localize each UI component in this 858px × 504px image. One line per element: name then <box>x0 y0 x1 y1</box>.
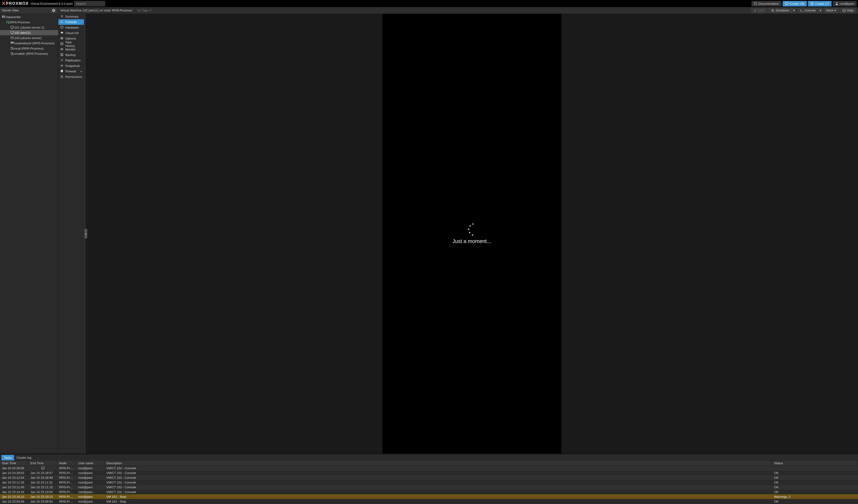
collapse-handle[interactable]: ▸ <box>84 14 85 454</box>
cell-status: OK <box>772 490 858 494</box>
log-row[interactable]: Jan 10 23:11:26Jan 10 23:11:32RPi5-Prox.… <box>0 480 858 485</box>
power-icon <box>771 9 774 12</box>
tree-node[interactable]: 102 (win11) <box>0 30 58 35</box>
cell-start: Jan 10 23:09:49 <box>0 500 29 503</box>
cell-user: root@pam <box>76 481 105 484</box>
vm-icon <box>10 26 14 29</box>
svg-rect-11 <box>7 21 9 23</box>
svg-text:?: ? <box>844 10 845 12</box>
tree-node-label: localnetwork (RPi5-Proxmox) <box>14 42 54 45</box>
log-row[interactable]: Jan 10 23:12:04Jan 10 23:28:49RPi5-Prox.… <box>0 475 858 480</box>
cell-desc: VM 102 - Stop <box>105 500 772 503</box>
cell-status: OK <box>772 500 858 503</box>
unlock-icon <box>60 75 63 79</box>
tree-node[interactable]: 101 (ubuntu-server-2) <box>0 25 58 30</box>
vm-title: Virtual Machine 102 (win11) on node 'RPi… <box>60 9 133 12</box>
subnav-label: Permissions <box>65 75 82 79</box>
subnav-label: Console <box>65 20 77 24</box>
cell-desc: VM/CT 102 - Console <box>105 490 772 494</box>
subnav-item-hardware[interactable]: Hardware <box>59 25 84 30</box>
subnav-item-firewall[interactable]: Firewall▸ <box>59 69 84 74</box>
subnav-item-console[interactable]: Console <box>59 19 84 25</box>
user-menu-button[interactable]: root@pam <box>833 1 857 6</box>
cell-desc: VM/CT 102 - Console <box>105 466 772 470</box>
log-row[interactable]: Jan 10 23:10:10Jan 10 23:10:13RPi5-Prox.… <box>0 494 858 499</box>
log-row[interactable]: Jan 10 23:10:16Jan 10 23:10:54RPi5-Prox.… <box>0 489 858 494</box>
tree-node-label: smalldir (RPi5-Proxmox) <box>14 52 48 55</box>
cell-end <box>29 466 57 470</box>
shutdown-label: Shutdown <box>776 9 789 12</box>
pencil-icon <box>149 9 152 12</box>
tree-node[interactable]: 100 (ubuntu-server) <box>0 35 58 40</box>
create-ct-button[interactable]: Create CT <box>808 1 831 6</box>
save-icon <box>60 53 63 57</box>
tree-node-label: 101 (ubuntu-server-2) <box>14 26 44 29</box>
svg-point-6 <box>836 2 837 3</box>
subnav-item-backup[interactable]: Backup <box>59 52 84 58</box>
tree-node[interactable]: smalldir (RPi5-Proxmox) <box>0 51 58 56</box>
tree-node-label: local (RPi5-Proxmox) <box>14 47 44 50</box>
start-button[interactable]: Start <box>751 7 767 13</box>
create-vm-button[interactable]: Create VM <box>783 1 807 6</box>
documentation-button[interactable]: Documentation <box>751 1 781 6</box>
console-screen[interactable]: Just a moment... <box>383 14 561 454</box>
subnav-item-snapshots[interactable]: Snapshots <box>59 63 84 69</box>
col-status[interactable]: Status <box>772 461 858 466</box>
subnav-item-replication[interactable]: Replication <box>59 58 84 63</box>
cell-desc: VM/CT 102 - Console <box>105 485 772 489</box>
cell-start: Jan 10 23:11:26 <box>0 481 29 484</box>
col-node[interactable]: Node <box>57 461 76 466</box>
tree-node[interactable]: Datacenter <box>0 14 58 19</box>
chevron-down-icon: ▾ <box>792 9 795 12</box>
cell-start: Jan 10 23:10:10 <box>0 495 29 499</box>
cell-desc: VM/CT 102 - Console <box>105 481 772 484</box>
more-button[interactable]: More ▾ <box>824 7 839 13</box>
tree-header: Server View <box>0 7 58 14</box>
tab-tasks[interactable]: Tasks <box>1 455 14 460</box>
subnav-label: Task History <box>65 40 82 48</box>
tree-header-label: Server View <box>2 9 19 12</box>
cell-user: root@pam <box>76 490 105 494</box>
svg-rect-19 <box>11 37 14 39</box>
col-user[interactable]: User name <box>76 461 105 466</box>
tags-label[interactable]: No Tags <box>137 9 152 12</box>
help-button[interactable]: ? Help <box>840 7 856 13</box>
tree-node-label: 102 (win11) <box>14 31 31 34</box>
log-row[interactable]: Jan 10 23:11:00Jan 10 23:11:10RPi5-Prox.… <box>0 485 858 489</box>
svg-rect-46 <box>42 467 44 469</box>
loading-text: Just a moment... <box>452 238 491 244</box>
subnav-item-summary[interactable]: Summary <box>59 14 84 19</box>
col-start-time[interactable]: Start Time <box>0 461 29 466</box>
tree-settings-button[interactable] <box>51 8 56 13</box>
top-header: ✕ PROXMOX Virtual Environment 8.3.2+port… <box>0 0 858 7</box>
subnav-label: Snapshots <box>65 64 80 68</box>
chevron-down-icon: ▾ <box>818 9 821 12</box>
tree-node[interactable]: RPi5-Proxmox <box>0 19 58 25</box>
search-input[interactable] <box>74 1 105 6</box>
terminal-icon <box>800 9 803 12</box>
col-end-time[interactable]: End Time <box>29 461 57 466</box>
subnav-item-cloud-init[interactable]: Cloud-Init <box>59 30 84 36</box>
tree-panel: Server View DatacenterRPi5-Proxmox101 (u… <box>0 7 59 454</box>
gear-icon <box>52 9 55 12</box>
svg-point-27 <box>11 47 13 48</box>
col-description[interactable]: Description <box>105 461 772 466</box>
console-button[interactable]: Console ▾ <box>797 7 823 13</box>
cell-node: RPi5-Prox... <box>57 471 76 475</box>
tree-node[interactable]: local (RPi5-Proxmox) <box>0 46 58 51</box>
log-row[interactable]: Jan 10 23:28:53Jan 10 23:28:57RPi5-Prox.… <box>0 470 858 475</box>
svg-point-31 <box>772 10 774 12</box>
log-row[interactable]: Jan 10 23:29:09RPi5-Prox...root@pamVM/CT… <box>0 466 858 470</box>
tree-node[interactable]: localnetwork (RPi5-Proxmox) <box>0 40 58 46</box>
shutdown-button[interactable]: Shutdown ▾ <box>768 7 796 13</box>
subnav-item-permissions[interactable]: Permissions <box>59 74 84 80</box>
subnav-label: Summary <box>65 15 79 18</box>
cell-end: Jan 10 23:09:50 <box>29 500 57 503</box>
cell-desc: VM/CT 102 - Console <box>105 471 772 475</box>
tab-cluster-log[interactable]: Cluster log <box>14 455 34 460</box>
server-icon <box>1 15 6 19</box>
log-row[interactable]: Jan 10 23:09:49Jan 10 23:09:50RPi5-Prox.… <box>0 499 858 504</box>
subnav-item-task-history[interactable]: Task History <box>59 41 84 47</box>
monitor-icon <box>41 466 45 470</box>
help-label: Help <box>847 9 854 12</box>
